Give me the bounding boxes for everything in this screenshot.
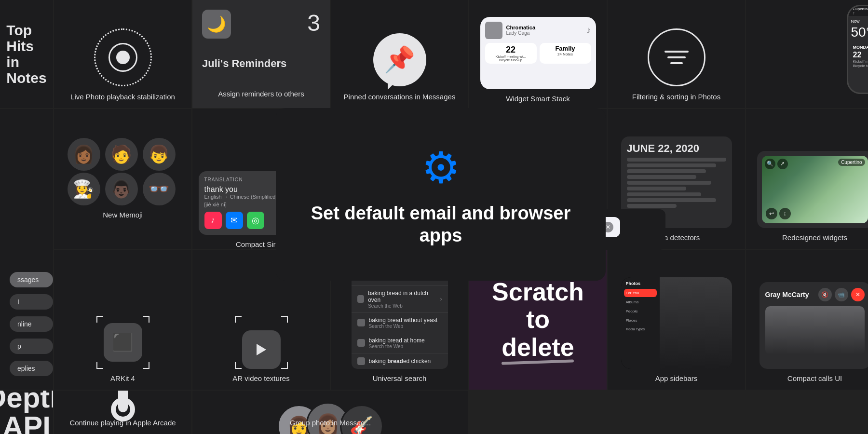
ar-video-corner-br [281, 362, 288, 369]
calendar-item: 22 Kickoff meeting w/... Bicycle tune-up [485, 43, 537, 64]
reminders-title: Juli's Reminders [202, 57, 286, 70]
arcade-controller-icon [96, 397, 149, 412]
result-icon-6 [357, 357, 365, 365]
arkit4-label: ARKit 4 [110, 374, 135, 383]
cell-reminders: 🌙 3 Juli's Reminders Assign reminders to… [192, 0, 330, 108]
search-result-3[interactable]: baking bread in a dutch ovenSearch the W… [352, 286, 448, 313]
maps-btn-1[interactable]: ↩ [766, 208, 777, 219]
app-main-content [660, 277, 732, 369]
maps-btn-2[interactable]: ↕ [779, 208, 791, 219]
cell-live-photo: Live Photo playback stabilization [54, 0, 191, 108]
scratch-text: Scratch to delete [492, 278, 584, 361]
memoji-6: 👓 [143, 173, 176, 205]
messages-pills: ssages I nline p eplies [10, 272, 53, 380]
memoji-3: 👦 [143, 138, 176, 171]
sidebar-item-people[interactable]: People [624, 307, 657, 315]
moon-icon: 🌙 [202, 10, 231, 39]
live-photo-inner-icon [108, 43, 137, 72]
depth-text-2: API [0, 412, 53, 434]
music-artist: Lady Gaga [506, 30, 583, 36]
maps-content: 🔍 ↗ Cupertino ↩ ↕ [762, 156, 868, 223]
redesigned-widgets-label: Redesigned widgets [782, 233, 847, 243]
maps-search-btn[interactable]: 🔍 [765, 159, 775, 169]
ar-corner-bl [96, 362, 103, 369]
app-sidebars-label: App sidebars [655, 374, 698, 383]
siri-safari-icon: ◎ [247, 212, 264, 229]
result-icon-4 [357, 319, 365, 326]
search-result-4[interactable]: baking bread without yeastSearch the Web [352, 313, 448, 333]
default-apps-text: Set default email and browser apps [290, 203, 591, 246]
filtering-label: Filtering & sorting in Photos [632, 92, 720, 102]
music-info: Chromatica Lady Gaga [506, 25, 583, 36]
call-name: Gray McCarty [765, 291, 809, 298]
ar-corner-br [143, 362, 149, 369]
sidebar-app-title: Photos [624, 281, 657, 286]
arkit-icon: ⬛ [96, 316, 149, 369]
ar-video-corner-tl [235, 316, 242, 323]
notes-item: Family 24 Notes [540, 43, 591, 64]
dd-lines [627, 158, 726, 208]
music-note-icon: ♪ [586, 25, 591, 36]
calendar-date: 22 [506, 45, 515, 55]
sidebar-item-places[interactable]: Places [624, 316, 657, 325]
cell-app-sidebars: Photos For You Albums People Places Medi… [608, 250, 745, 390]
call-actions: 🔇 📹 ✕ [818, 288, 865, 301]
call-end-btn[interactable]: ✕ [851, 288, 865, 301]
sidebar-item-media[interactable]: Media Types [624, 326, 657, 333]
cell-continue-arcade: Continue playing in Apple Arcade [54, 391, 191, 434]
call-mute-btn[interactable]: 🔇 [818, 288, 832, 301]
cell-pinned: 📌 Pinned conversations in Messages [331, 0, 468, 108]
continue-arcade-label: Continue playing in Apple Arcade [69, 418, 176, 428]
widget-calendar-row: 22 Kickoff meeting w/... Bicycle tune-up… [485, 43, 591, 64]
sidebar-item-foryou[interactable]: For You [624, 289, 657, 297]
chat-bubble-icon: 📌 [373, 33, 426, 86]
calls-image [765, 306, 865, 354]
cell-arkit4: ⬛ ARKit 4 [54, 250, 191, 390]
album-art [485, 22, 502, 39]
pin-icon: 📌 [384, 45, 415, 74]
messages-pill: ssages [10, 272, 53, 287]
reminders-header: 🌙 3 [202, 10, 320, 39]
ios-weather-mockup: Cupertino ↑ Heavy rain starting in 9 min… [847, 5, 868, 94]
cell-ios-right: Cupertino ↑ Heavy rain starting in 9 min… [746, 0, 868, 108]
cell-compact-calls: Gray McCarty 🔇 📹 ✕ Compact calls UI [746, 250, 868, 390]
maps-route-btn[interactable]: ↗ [777, 159, 788, 169]
cell-redesigned-widgets: 🔍 ↗ Cupertino ↩ ↕ Redesigned widgets [746, 109, 868, 249]
result-icon-3 [357, 295, 365, 303]
sidebar-item-albums[interactable]: Albums [624, 298, 657, 306]
group-photo-container: 👩 👩🏽 🎸 [268, 397, 393, 412]
cell-widget-stack: Chromatica Lady Gaga ♪ 22 Kickoff meetin… [469, 0, 607, 108]
memoji-1: 👩🏾 [68, 138, 100, 171]
app-sidebar-nav: Photos For You Albums People Places Medi… [621, 277, 660, 369]
gear-icon-large: ⚙ [421, 142, 461, 193]
search-result-6[interactable]: baking breaded chicken [352, 353, 448, 369]
search-result-5[interactable]: baking bread at homeSearch the Web [352, 333, 448, 353]
group-photo-label: Group photo in Messag... [290, 418, 371, 428]
memoji-4: 👩‍🍳 [68, 173, 100, 205]
reminder-count: 3 [307, 10, 320, 36]
memoji-2: 🧑 [105, 138, 138, 171]
widget-stack-mockup: Chromatica Lady Gaga ♪ 22 Kickoff meetin… [480, 17, 596, 89]
pinned-label: Pinned conversations in Messages [344, 92, 456, 102]
arcade-stick [118, 391, 128, 412]
new-memoji-label: New Memoji [103, 210, 143, 220]
ar-corner-tl [96, 316, 103, 323]
ios-widgets: Cupertino ↑ Heavy rain starting in 9 min… [847, 5, 868, 97]
cell-new-memoji: 👩🏾 🧑 👦 👩‍🍳 👨🏿 👓 New Memoji [54, 109, 191, 249]
universal-search-label: Universal search [373, 374, 427, 383]
ar-video-icon [235, 316, 288, 369]
call-video-btn[interactable]: 📹 [835, 288, 848, 301]
cell-messages-sidebar: ssages I nline p eplies [0, 109, 53, 390]
depth-text-1: Depth [0, 391, 53, 412]
ar-video-corner-bl [235, 362, 242, 369]
memoji-5: 👨🏿 [105, 173, 138, 205]
top-hits-text: Top Hits in Notes [6, 22, 46, 86]
p-pill: p [10, 339, 53, 354]
center-default-apps-overlay: ⚙ Set default email and browser apps [276, 108, 606, 281]
ar-corner-tr [143, 316, 149, 323]
compact-calls-label: Compact calls UI [787, 374, 842, 383]
filter-lines [665, 51, 689, 64]
siri-music-icon: ♪ [204, 212, 222, 229]
live-photo-dot-icon [116, 51, 130, 64]
reminders-label: Assign reminders to others [218, 89, 304, 99]
